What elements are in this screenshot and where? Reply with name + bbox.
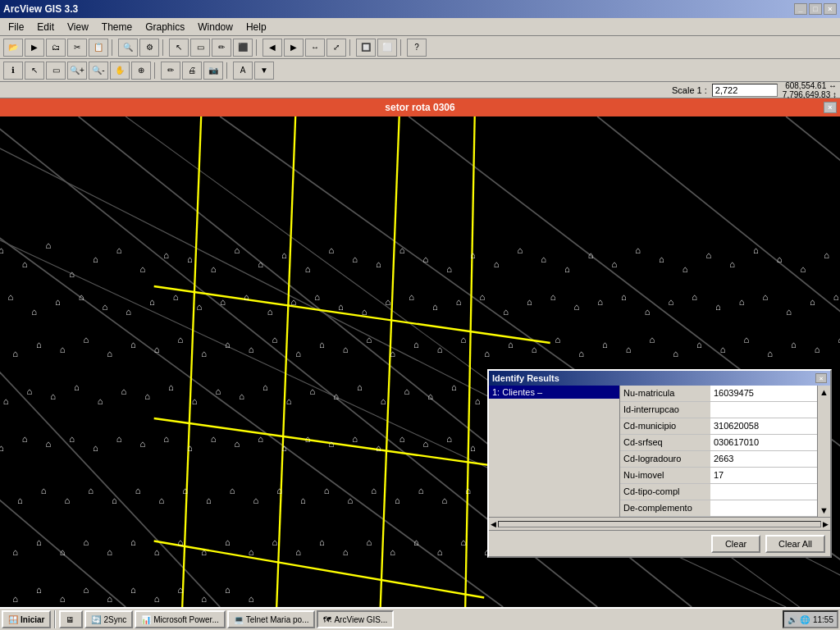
svg-text:⌂: ⌂ — [225, 537, 231, 547]
svg-text:⌂: ⌂ — [366, 537, 372, 547]
tool-extent[interactable]: ↔ — [305, 39, 325, 57]
svg-text:⌂: ⌂ — [196, 302, 202, 312]
start-button[interactable]: 🪟 Iniciar — [2, 610, 51, 628]
identify-close-button[interactable]: × — [815, 373, 827, 383]
tool-info[interactable]: ℹ — [3, 62, 23, 80]
tool-zoom-full[interactable]: ⊕ — [131, 62, 151, 80]
taskbar-app-2[interactable]: 📊 Microsoft Power... — [135, 610, 225, 628]
identify-h-scroll[interactable]: ◀ ▶ — [489, 517, 830, 530]
tool-rect1[interactable]: ▭ — [190, 39, 210, 57]
svg-text:⌂: ⌂ — [225, 585, 231, 595]
tool-help[interactable]: ? — [407, 39, 427, 57]
svg-text:⌂: ⌂ — [211, 264, 217, 274]
svg-text:⌂: ⌂ — [192, 396, 198, 406]
tool-prev[interactable]: ◀ — [262, 39, 282, 57]
map-area[interactable]: ⌂⌂ ⌂⌂ ⌂⌂ ⌂⌂ ⌂⌂ ⌂⌂ ⌂⌂ ⌂⌂ ⌂⌂ ⌂⌂ ⌂⌂ ⌂⌂ ⌂⌂ ⌂… — [0, 116, 840, 607]
svg-text:⌂: ⌂ — [517, 245, 523, 255]
tool-edit[interactable]: ✏ — [161, 62, 180, 80]
identify-dialog: Identify Results × 1: Clientes – Nu-matr… — [487, 369, 832, 558]
identify-scroll[interactable]: ▲ ▼ — [817, 386, 830, 517]
svg-text:⌂: ⌂ — [460, 537, 466, 547]
tool-pointer[interactable]: ↖ — [169, 39, 189, 57]
tool-cut[interactable]: ✂ — [67, 39, 87, 57]
svg-text:⌂: ⌂ — [451, 382, 457, 392]
tool-zoom-out[interactable]: 🔍- — [89, 62, 108, 80]
svg-text:⌂: ⌂ — [187, 254, 193, 264]
hscroll-right-icon[interactable]: ▶ — [823, 520, 829, 528]
taskbar-app-0[interactable]: 🖥 — [59, 610, 83, 628]
scroll-up-icon[interactable]: ▲ — [819, 387, 829, 397]
clear-all-button[interactable]: Clear All — [765, 535, 825, 553]
svg-text:⌂: ⌂ — [295, 349, 301, 358]
menu-edit[interactable]: Edit — [30, 20, 61, 34]
tool-arrow[interactable]: ▶ — [25, 39, 44, 57]
svg-text:⌂: ⌂ — [112, 495, 117, 505]
clear-button[interactable]: Clear — [711, 535, 760, 553]
tool-select-rect[interactable]: ▭ — [46, 62, 66, 80]
svg-text:⌂: ⌂ — [272, 335, 277, 345]
tool-search[interactable]: 🔍 — [118, 39, 138, 57]
map-close-button[interactable]: × — [824, 102, 837, 113]
taskbar-app-1[interactable]: 🔄 2Sync — [84, 610, 133, 628]
tool-zoom-in[interactable]: 🔍+ — [67, 62, 87, 80]
table-row: Cd-municipio310620058 — [620, 418, 817, 434]
close-button[interactable]: × — [824, 3, 837, 15]
tool-scale[interactable]: ⤢ — [326, 39, 346, 57]
hscroll-left-icon[interactable]: ◀ — [491, 520, 496, 528]
tool-copy[interactable]: 📋 — [89, 39, 108, 57]
svg-text:⌂: ⌂ — [399, 245, 405, 255]
tool-settings[interactable]: ⚙ — [139, 39, 159, 57]
svg-text:⌂: ⌂ — [249, 594, 254, 604]
menu-theme[interactable]: Theme — [95, 20, 139, 34]
tool-text[interactable]: A — [233, 62, 253, 80]
taskbar-icons: 🔊 🌐 — [788, 615, 810, 624]
svg-text:⌂: ⌂ — [597, 297, 603, 307]
identify-layer-item[interactable]: 1: Clientes – — [489, 386, 619, 399]
tool-open[interactable]: 📂 — [3, 39, 23, 57]
tool-draw1[interactable]: ✏ — [212, 39, 231, 57]
tool-snapshot[interactable]: 📷 — [203, 62, 223, 80]
field-key: De-complemento — [620, 500, 710, 516]
tool-folder[interactable]: 🗂 — [46, 39, 66, 57]
tool-rect2[interactable]: 🔲 — [356, 39, 376, 57]
taskbar-app-4[interactable]: 🗺 ArcView GIS... — [317, 610, 394, 628]
svg-text:⌂: ⌂ — [692, 292, 697, 302]
tool-rect3[interactable]: ⬜ — [377, 39, 397, 57]
menu-window[interactable]: Window — [191, 20, 240, 34]
svg-text:⌂: ⌂ — [362, 307, 368, 317]
map-title: setor rota 0306 — [385, 102, 454, 113]
menu-graphics[interactable]: Graphics — [139, 20, 191, 34]
tool-print[interactable]: 🖨 — [182, 62, 202, 80]
field-value — [710, 401, 817, 418]
field-value: 2663 — [710, 450, 817, 467]
svg-text:⌂: ⌂ — [494, 259, 500, 269]
svg-text:⌂: ⌂ — [267, 307, 273, 317]
menu-help[interactable]: Help — [240, 20, 273, 34]
field-value: 17 — [710, 467, 817, 483]
svg-text:⌂: ⌂ — [573, 302, 579, 312]
tool-next[interactable]: ▶ — [284, 39, 304, 57]
tool-pan[interactable]: ✋ — [110, 62, 130, 80]
svg-text:⌂: ⌂ — [36, 340, 42, 349]
start-label: Iniciar — [21, 615, 44, 624]
tool-draw2[interactable]: ⬛ — [233, 39, 253, 57]
svg-text:⌂: ⌂ — [149, 297, 155, 307]
identify-dialog-title-bar[interactable]: Identify Results × — [489, 371, 830, 386]
scroll-down-icon[interactable]: ▼ — [819, 505, 829, 515]
svg-text:⌂: ⌂ — [309, 386, 315, 396]
svg-text:⌂: ⌂ — [800, 264, 806, 274]
taskbar-app-3[interactable]: 💻 Telnet Maria po... — [227, 610, 316, 628]
maximize-button[interactable]: □ — [809, 3, 822, 15]
scale-input[interactable] — [712, 84, 778, 97]
svg-text:⌂: ⌂ — [668, 297, 673, 307]
menu-view[interactable]: View — [61, 20, 95, 34]
minimize-button[interactable]: _ — [794, 3, 807, 15]
svg-text:⌂: ⌂ — [60, 345, 66, 354]
tool-dropdown[interactable]: ▼ — [254, 62, 274, 80]
menu-file[interactable]: File — [2, 20, 30, 34]
tool-select[interactable]: ↖ — [25, 62, 44, 80]
svg-text:⌂: ⌂ — [508, 340, 514, 349]
svg-text:⌂: ⌂ — [45, 240, 51, 250]
svg-text:⌂: ⌂ — [211, 434, 217, 444]
identify-left-panel[interactable]: 1: Clientes – — [489, 386, 620, 517]
